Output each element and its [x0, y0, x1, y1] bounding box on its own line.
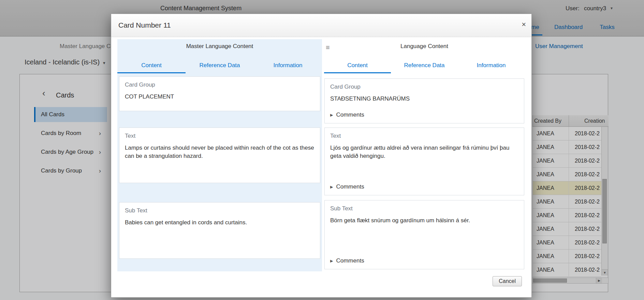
dialog-title: Card Number 11 [118, 14, 171, 36]
master-tabs: Content Reference Data Information [117, 58, 322, 73]
field-value: Babies can get entangled in cords and cu… [125, 219, 314, 227]
expand-icon: ▶ [330, 113, 333, 117]
card-dialog: Card Number 11 × Master Language Content… [111, 14, 532, 298]
expand-icon: ▶ [330, 185, 333, 189]
field-label: Card Group [330, 84, 518, 90]
field-value: COT PLACEMENT [125, 93, 314, 101]
master-language-panel: Master Language Content Content Referenc… [117, 39, 322, 271]
close-icon[interactable]: × [522, 21, 526, 28]
tab-reference-data[interactable]: Reference Data [391, 58, 458, 73]
comments-toggle[interactable]: ▶ Comments [330, 257, 518, 264]
screen: Content Management System User: country3… [0, 0, 644, 300]
panel-title: Master Language Content [117, 39, 322, 50]
splitter-handle-icon[interactable]: ≡ [326, 44, 330, 51]
comments-label: Comments [336, 257, 364, 264]
field-label: Text [330, 133, 518, 139]
sub-text-field: Sub Text Babies can get entangled in cor… [119, 202, 320, 259]
field-label: Text [125, 133, 314, 139]
card-group-field: Card Group STAÐSETNING BARNARÚMS ▶ Comme… [324, 78, 524, 123]
field-value: Börn geta flækt snúrum og gardínum um há… [330, 216, 518, 225]
card-group-field: Card Group COT PLACEMENT [119, 76, 320, 111]
comments-toggle[interactable]: ▶ Comments [330, 183, 518, 190]
sub-text-field: Sub Text Börn geta flækt snúrum og gardí… [324, 200, 524, 269]
language-tabs: Content Reference Data Information [324, 58, 525, 73]
field-value: STAÐSETNING BARNARÚMS [330, 95, 518, 103]
comments-label: Comments [336, 183, 364, 190]
field-value: Lamps or curtains should never be placed… [125, 144, 314, 160]
tab-content[interactable]: Content [324, 58, 391, 73]
field-label: Sub Text [125, 207, 314, 214]
dialog-header: Card Number 11 × [111, 14, 531, 37]
field-label: Sub Text [330, 205, 518, 212]
expand-icon: ▶ [330, 259, 333, 263]
tab-information[interactable]: Information [458, 58, 525, 73]
text-field: Text Ljós og gardínur ættu aldrei að ver… [324, 127, 524, 195]
language-panel: Language Content Content Reference Data … [324, 39, 525, 271]
cancel-button[interactable]: Cancel [493, 276, 522, 286]
field-value: Ljós og gardínur ættu aldrei að vera inn… [330, 144, 518, 160]
field-label: Card Group [125, 81, 314, 88]
text-field: Text Lamps or curtains should never be p… [119, 127, 320, 183]
comments-label: Comments [336, 111, 364, 118]
panel-title: Language Content [324, 39, 525, 50]
tab-information[interactable]: Information [254, 58, 322, 73]
tab-content[interactable]: Content [117, 58, 186, 73]
tab-reference-data[interactable]: Reference Data [186, 58, 254, 73]
comments-toggle[interactable]: ▶ Comments [330, 111, 518, 118]
